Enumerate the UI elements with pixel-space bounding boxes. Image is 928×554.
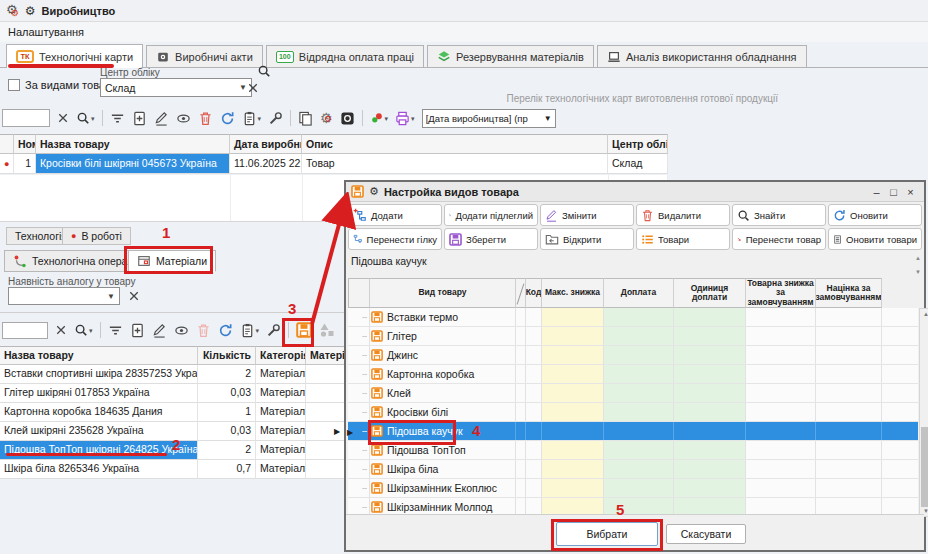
add-child-button[interactable]: Додати підлеглий	[444, 204, 538, 226]
type-row[interactable]: ╌Клей	[348, 384, 918, 403]
dialog-title-bar[interactable]: ⚙ Настройка видов товара – □ ×	[346, 182, 924, 202]
open-button[interactable]: Відкрити	[540, 228, 634, 250]
find-button[interactable]: Знайти	[732, 204, 826, 226]
add-button[interactable]: Додати	[348, 204, 442, 226]
col-header[interactable]: Кількість	[198, 346, 256, 365]
black-box-icon[interactable]	[340, 111, 355, 126]
materials-delete-icon[interactable]	[196, 323, 211, 338]
col-header[interactable]: Категорія	[256, 346, 306, 365]
menu-settings[interactable]: Налаштування	[8, 26, 84, 38]
materials-refresh-icon[interactable]	[218, 323, 233, 338]
search-menu-icon[interactable]: ▾	[76, 111, 95, 125]
clear-search-icon[interactable]	[57, 112, 69, 124]
refresh-icon[interactable]	[220, 111, 235, 126]
tab-piecework-pay[interactable]: 100 Відрядна оплата праці	[266, 45, 424, 67]
scroll-up-icon[interactable]: ▲	[915, 255, 921, 261]
close-button[interactable]: ×	[902, 186, 919, 198]
search-icon[interactable]	[257, 64, 271, 78]
filter-icon[interactable]	[110, 111, 125, 126]
print-icon[interactable]: ▾	[395, 111, 415, 126]
materials-paste-menu-icon[interactable]: ▾	[240, 323, 260, 338]
scroll-down-icon[interactable]: ▼	[915, 269, 921, 275]
tab-reserve-materials[interactable]: Резервування матеріалів	[427, 45, 594, 67]
refresh-products-button[interactable]: Оновити товари	[828, 228, 922, 250]
tab-label: Технологічні карти	[39, 51, 133, 63]
selected-path-text: Підошва каучук	[351, 255, 427, 267]
materials-tools-icon[interactable]	[266, 323, 281, 338]
col-header[interactable]: Товарна знижка за замовчуванням	[746, 278, 816, 308]
tab-production-acts[interactable]: Виробничі акти	[146, 45, 263, 67]
copy-icon[interactable]	[298, 111, 313, 126]
row-status-dot: ●	[4, 159, 9, 169]
delete-button[interactable]: Видалити	[636, 204, 730, 226]
paste-menu-icon[interactable]: ▾	[242, 111, 262, 126]
sort-combo[interactable]: [Дата виробництва] (пр▼	[422, 109, 556, 128]
clear-filter-icon[interactable]	[247, 82, 259, 94]
analog-combo[interactable]: ▼	[8, 287, 120, 305]
materials-edit-icon[interactable]	[152, 323, 167, 338]
col-header[interactable]: Код	[526, 278, 542, 308]
materials-add-icon[interactable]	[130, 323, 145, 338]
analog-clear-icon[interactable]	[128, 290, 140, 302]
add-icon[interactable]	[132, 111, 147, 126]
type-row[interactable]: ╌Джинс	[348, 346, 918, 365]
cancel-button[interactable]: Скасувати	[666, 524, 746, 544]
col-header[interactable]: Макс. знижка	[542, 278, 604, 308]
col-header[interactable]: Назва товару	[36, 134, 230, 154]
center-account-combo[interactable]: Склад▼	[100, 78, 252, 97]
quick-search-input[interactable]	[2, 109, 50, 127]
type-row[interactable]: ╌Картонна коробка	[348, 365, 918, 384]
delete-icon[interactable]	[198, 111, 213, 126]
in-progress-chip[interactable]: ● В роботі	[62, 227, 131, 245]
annotation-rect-materials-tab	[124, 246, 213, 274]
view-icon[interactable]	[176, 111, 191, 126]
annotation-step-4: 4	[472, 422, 480, 439]
col-header[interactable]: Дата виробництва	[230, 134, 302, 154]
materials-filter-icon[interactable]	[108, 323, 123, 338]
table-row[interactable]: Шкіра біла 8265346 Україна0,7Матеріал	[0, 460, 346, 479]
edit-icon[interactable]	[154, 111, 169, 126]
table-row[interactable]: Вставки спортивні шкіра 28357253 Україна…	[0, 365, 346, 384]
table-row[interactable]: Картонна коробка 184635 Дания1Матеріал	[0, 403, 346, 422]
status-colors-icon[interactable]: ▾	[370, 111, 389, 125]
table-row[interactable]: ● 1 Кросівки білі шкіряні 045673 Україна…	[0, 154, 668, 174]
gear-icon: ⚙	[369, 186, 379, 197]
table-row[interactable]: Глітер шкіряні 017853 Україна0,03Матеріа…	[0, 384, 346, 403]
dialog-scrollbar[interactable]: ▲ ▼	[919, 308, 928, 517]
type-row[interactable]: ╌Вставки термо	[348, 308, 918, 327]
col-header[interactable]: Опис	[302, 134, 608, 154]
refresh-button[interactable]: Оновити	[828, 204, 922, 226]
edit-button[interactable]: Змінити	[540, 204, 634, 226]
col-header[interactable]: Номер	[14, 134, 36, 154]
col-header[interactable]: Одиниця доплати	[674, 278, 746, 308]
col-header[interactable]: Доплата	[604, 278, 674, 308]
annotation-step-5: 5	[616, 501, 624, 518]
scrollbar-thumb[interactable]	[921, 427, 928, 507]
col-header[interactable]: Матеріал	[306, 346, 346, 365]
col-header[interactable]: Вид товару	[370, 278, 516, 308]
col-header[interactable]: Націнка за замовчуванням	[816, 278, 882, 308]
materials-clear-search-icon[interactable]	[55, 324, 67, 336]
tab-equipment-analysis[interactable]: Аналіз використання обладнання	[597, 45, 807, 67]
process-settings-icon[interactable]: ⚙	[320, 110, 333, 126]
materials-search-input[interactable]	[2, 322, 48, 339]
scroll-up-icon[interactable]: ▲	[923, 311, 928, 317]
materials-search-menu-icon[interactable]: ▾	[74, 323, 93, 337]
minimize-button[interactable]: –	[868, 186, 885, 198]
type-row[interactable]: ╌Глітер	[348, 327, 918, 346]
by-product-type-checkbox[interactable]	[8, 79, 20, 91]
move-product-button[interactable]: Перенести товар	[732, 228, 826, 250]
col-header[interactable]: Назва товару	[0, 346, 198, 365]
tools-icon[interactable]	[268, 111, 283, 126]
maximize-button[interactable]: □	[885, 186, 902, 198]
materials-view-icon[interactable]	[174, 323, 189, 338]
save-button[interactable]: Зберегти	[444, 228, 538, 250]
status-col-header[interactable]	[0, 134, 14, 154]
col-header[interactable]: Центр обліку	[608, 134, 668, 154]
type-row[interactable]: ╌Шкірзамінник Екоплюс	[348, 479, 918, 498]
type-row[interactable]: ╌Шкіра біла	[348, 460, 918, 479]
sort-indicator[interactable]	[516, 278, 526, 308]
products-button[interactable]: Товари	[636, 228, 730, 250]
cell-name[interactable]: Кросівки білі шкіряні 045673 Україна	[36, 154, 230, 174]
move-branch-button[interactable]: Перенести гілку	[348, 228, 442, 250]
